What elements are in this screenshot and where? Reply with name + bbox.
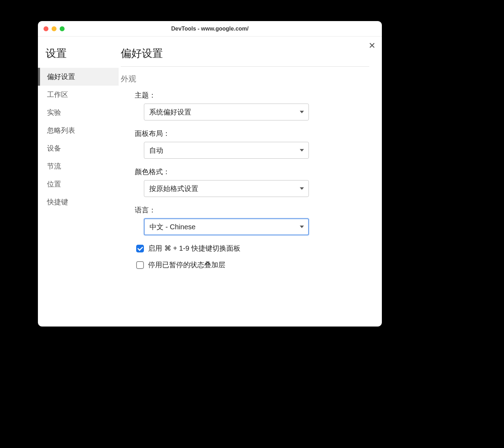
color-format-select-value: 按原始格式设置 [149, 184, 198, 193]
sidebar-item-devices[interactable]: 设备 [38, 139, 119, 157]
sidebar-item-label: 忽略列表 [47, 126, 75, 134]
sidebar-item-ignore-list[interactable]: 忽略列表 [38, 121, 119, 139]
window-close-button[interactable] [44, 26, 48, 31]
shortcut-checkbox-row: 启用 ⌘ + 1-9 快捷键切换面板 [136, 244, 369, 253]
traffic-lights [44, 26, 65, 31]
color-format-group: 颜色格式： 按原始格式设置 [135, 167, 369, 197]
sidebar-item-label: 位置 [47, 180, 61, 188]
window-maximize-button[interactable] [60, 26, 65, 31]
language-group: 语言： 中文 - Chinese [135, 205, 369, 235]
enable-shortcut-checkbox[interactable] [136, 245, 144, 252]
sidebar-item-shortcuts[interactable]: 快捷键 [38, 193, 119, 211]
devtools-settings-window: DevTools - www.google.com/ ✕ 设置 偏好设置 工作区… [38, 21, 382, 327]
overlay-checkbox-row: 停用已暂停的状态叠加层 [136, 260, 369, 270]
theme-group: 主题： 系统偏好设置 [135, 91, 369, 120]
window-title: DevTools - www.google.com/ [44, 26, 376, 32]
main-panel: 偏好设置 外观 主题： 系统偏好设置 面板布局： 自动 [119, 37, 382, 327]
sidebar-item-label: 偏好设置 [47, 73, 75, 80]
color-format-select[interactable]: 按原始格式设置 [144, 180, 309, 197]
chevron-down-icon [300, 111, 304, 113]
window-minimize-button[interactable] [52, 26, 57, 31]
sidebar-item-label: 快捷键 [47, 198, 68, 206]
section-appearance: 外观 [121, 74, 369, 84]
chevron-down-icon [300, 187, 304, 190]
language-label: 语言： [135, 205, 369, 215]
theme-select[interactable]: 系统偏好设置 [144, 104, 309, 120]
sidebar-item-preferences[interactable]: 偏好设置 [38, 68, 119, 86]
language-select[interactable]: 中文 - Chinese [144, 218, 309, 235]
sidebar-item-workspace[interactable]: 工作区 [38, 86, 119, 104]
enable-shortcut-label: 启用 ⌘ + 1-9 快捷键切换面板 [148, 244, 240, 253]
sidebar-item-label: 节流 [47, 162, 61, 170]
sidebar-item-label: 设备 [47, 144, 61, 152]
sidebar-item-locations[interactable]: 位置 [38, 175, 119, 193]
sidebar-item-throttling[interactable]: 节流 [38, 157, 119, 175]
panel-layout-label: 面板布局： [135, 129, 369, 138]
close-icon[interactable]: ✕ [369, 41, 376, 50]
content: ✕ 设置 偏好设置 工作区 实验 忽略列表 设备 节流 位置 快捷键 偏好设置 … [38, 37, 382, 327]
chevron-down-icon [300, 226, 304, 228]
titlebar: DevTools - www.google.com/ [38, 21, 382, 37]
color-format-label: 颜色格式： [135, 167, 369, 177]
page-title: 偏好设置 [121, 46, 369, 67]
panel-layout-group: 面板布局： 自动 [135, 129, 369, 159]
language-select-value: 中文 - Chinese [150, 222, 195, 232]
disable-overlay-checkbox[interactable] [136, 261, 144, 269]
sidebar-item-label: 工作区 [47, 91, 68, 98]
panel-layout-select-value: 自动 [149, 146, 163, 155]
sidebar: 设置 偏好设置 工作区 实验 忽略列表 设备 节流 位置 快捷键 [38, 37, 119, 327]
chevron-down-icon [300, 149, 304, 152]
sidebar-item-label: 实验 [47, 108, 61, 116]
disable-overlay-label: 停用已暂停的状态叠加层 [148, 260, 225, 270]
sidebar-title: 设置 [38, 46, 119, 68]
theme-select-value: 系统偏好设置 [149, 107, 191, 117]
sidebar-item-experiments[interactable]: 实验 [38, 104, 119, 121]
panel-layout-select[interactable]: 自动 [144, 142, 309, 159]
theme-label: 主题： [135, 91, 369, 100]
